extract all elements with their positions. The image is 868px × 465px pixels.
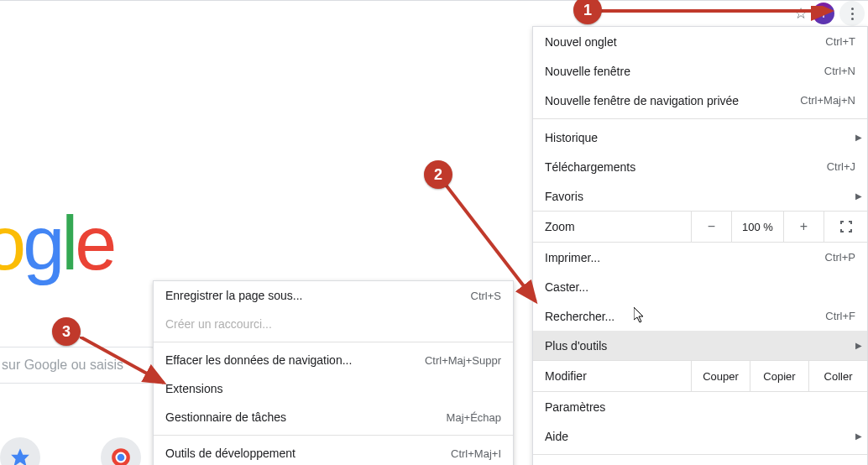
menu-item-help[interactable]: Aide ▶ [533, 421, 867, 451]
cursor-icon [634, 307, 647, 324]
menu-item-bookmarks[interactable]: Favoris ▶ [533, 181, 867, 211]
menu-item-incognito[interactable]: Nouvelle fenêtre de navigation privée Ct… [533, 86, 867, 115]
dots-vertical-icon [851, 8, 854, 10]
submenu-item-save-page[interactable]: Enregistrer la page sous... Ctrl+S [154, 281, 513, 310]
zoom-out-button[interactable]: − [691, 212, 731, 242]
edit-paste-button[interactable]: Coller [808, 361, 867, 391]
avatar-letter: I [822, 8, 825, 20]
callout-badge-1: 1 [573, 0, 602, 24]
search-placeholder: sur Google ou saisis [2, 358, 123, 373]
avatar[interactable]: I [813, 3, 834, 24]
menu-item-cast[interactable]: Caster... [533, 272, 867, 301]
shortcut-tile[interactable] [101, 437, 141, 465]
svg-marker-0 [11, 448, 29, 465]
edit-copy-button[interactable]: Copier [750, 361, 808, 391]
chrome-icon [110, 447, 132, 465]
edit-cut-button[interactable]: Couper [691, 361, 750, 391]
menu-item-quit[interactable]: Quitter [533, 458, 867, 465]
submenu-item-dev-tools[interactable]: Outils de développement Ctrl+Maj+I [154, 439, 513, 465]
shortcut-favicon-icon [9, 447, 31, 465]
page-background: oogle sur Google ou saisis ☆ I Nouvel on… [0, 0, 868, 465]
menu-separator [154, 342, 513, 342]
menu-item-find[interactable]: Rechercher... Ctrl+F [533, 301, 867, 331]
submenu-item-task-manager[interactable]: Gestionnaire de tâches Maj+Échap [154, 403, 513, 431]
star-icon[interactable]: ☆ [794, 4, 808, 23]
chevron-right-icon: ▶ [855, 133, 862, 142]
svg-point-2 [117, 453, 126, 462]
menu-separator [154, 435, 513, 436]
more-tools-submenu: Enregistrer la page sous... Ctrl+S Créer… [153, 280, 514, 465]
search-input[interactable]: sur Google ou saisis [0, 347, 168, 384]
submenu-item-extensions[interactable]: Extensions [154, 374, 513, 403]
zoom-in-button[interactable]: + [783, 212, 824, 242]
google-logo: oogle [0, 201, 113, 287]
callout-badge-3: 3 [52, 317, 81, 346]
menu-separator [533, 454, 867, 455]
menu-item-new-tab[interactable]: Nouvel onglet Ctrl+T [533, 27, 867, 56]
chevron-right-icon: ▶ [855, 191, 862, 201]
menu-item-new-window[interactable]: Nouvelle fenêtre Ctrl+N [533, 56, 867, 86]
callout-badge-2: 2 [424, 160, 452, 189]
menu-separator [533, 118, 867, 119]
chrome-main-menu: Nouvel onglet Ctrl+T Nouvelle fenêtre Ct… [532, 26, 868, 465]
submenu-item-clear-data[interactable]: Effacer les données de navigation... Ctr… [154, 346, 513, 374]
fullscreen-button[interactable] [824, 212, 867, 242]
menu-item-downloads[interactable]: Téléchargements Ctrl+J [533, 152, 867, 181]
zoom-level: 100 % [731, 212, 783, 242]
kebab-menu-button[interactable] [839, 1, 865, 26]
fullscreen-icon [839, 220, 853, 233]
submenu-item-create-shortcut: Créer un raccourci... [154, 310, 513, 338]
menu-item-settings[interactable]: Paramètres [533, 392, 867, 421]
browser-toolbar-right: ☆ I [794, 1, 868, 26]
chevron-right-icon: ▶ [855, 431, 862, 441]
shortcut-tile[interactable] [0, 437, 40, 465]
menu-item-edit: Modifier Couper Copier Coller [533, 360, 867, 392]
menu-item-zoom: Zoom − 100 % + [533, 211, 867, 243]
chevron-right-icon: ▶ [855, 341, 862, 350]
menu-item-more-tools[interactable]: Plus d'outils ▶ [533, 331, 867, 360]
menu-item-print[interactable]: Imprimer... Ctrl+P [533, 243, 867, 272]
menu-item-history[interactable]: Historique ▶ [533, 123, 867, 152]
